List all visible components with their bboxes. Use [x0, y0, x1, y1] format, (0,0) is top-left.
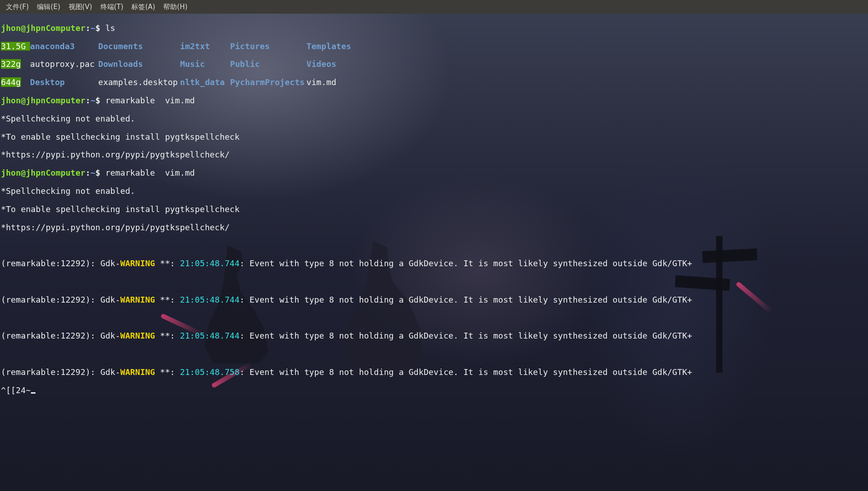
menu-edit[interactable]: 编辑(E)	[33, 3, 64, 11]
prompt-line: jhon@jhpnComputer:~$ remarkable vim.md	[1, 96, 867, 105]
blank-line	[1, 349, 867, 359]
gdk-warning-line: (remarkable:12292): Gdk-WARNING **: 21:0…	[1, 331, 867, 340]
gdk-warning-line: (remarkable:12292): Gdk-WARNING **: 21:0…	[1, 259, 867, 268]
menu-view[interactable]: 视图(V)	[65, 3, 96, 11]
terminal-output[interactable]: jhon@jhpnComputer:~$ ls 31.5Ganaconda3Do…	[0, 14, 868, 405]
timestamp: 21:05:48.758	[180, 367, 240, 377]
prompt-path: ~	[90, 23, 95, 33]
prompt-host: jhpnComputer	[26, 23, 85, 33]
ls-dir-videos: Videos	[306, 60, 361, 69]
timestamp: 21:05:48.744	[180, 331, 240, 340]
menu-help[interactable]: 帮助(H)	[159, 3, 191, 11]
blank-line	[1, 314, 867, 323]
prompt-line: jhon@jhpnComputer:~$ remarkable vim.md	[1, 168, 867, 177]
ls-dir-downloads: Downloads	[98, 60, 180, 69]
ls-dir-pycharmprojects: PycharmProjects	[230, 78, 306, 87]
timestamp: 21:05:48.744	[180, 258, 240, 268]
ls-row: 644gDesktopexamples.desktopnltk_dataPych…	[1, 78, 867, 87]
gdk-warning-line: (remarkable:12292): Gdk-WARNING **: 21:0…	[1, 295, 867, 304]
warning-label: WARNING	[120, 295, 156, 304]
menu-tabs[interactable]: 标签(A)	[127, 3, 159, 11]
ls-size: 322g	[1, 59, 21, 69]
warning-label: WARNING	[120, 258, 156, 268]
ls-dir-templates: Templates	[306, 42, 361, 51]
ls-dir-pictures: Pictures	[230, 42, 306, 51]
warning-label: WARNING	[120, 367, 156, 377]
ls-row: 31.5Ganaconda3Documentsim2txtPicturesTem…	[1, 42, 867, 51]
ls-size: 644g	[1, 77, 21, 87]
output-text: *Spellchecking not enabled.	[1, 187, 867, 196]
output-text: *Spellchecking not enabled.	[1, 114, 867, 123]
ls-dir-nltk-data: nltk_data	[180, 78, 230, 87]
command-remarkable-1: remarkable vim.md	[105, 96, 195, 105]
blank-line	[1, 241, 867, 250]
output-text: *https://pypi.python.org/pypi/pygtkspell…	[1, 223, 867, 232]
output-text: *https://pypi.python.org/pypi/pygtkspell…	[1, 150, 867, 159]
prompt-line: jhon@jhpnComputer:~$ ls	[1, 24, 867, 33]
prompt-user: jhon	[1, 23, 21, 33]
warning-label: WARNING	[120, 331, 156, 340]
ls-dir-anaconda3: anaconda3	[30, 42, 98, 51]
ls-dir-desktop: Desktop	[30, 78, 98, 87]
output-text: *To enable spellchecking install pygtksp…	[1, 205, 867, 214]
blank-line	[1, 277, 867, 286]
menubar: 文件(F) 编辑(E) 视图(V) 终端(T) 标签(A) 帮助(H)	[0, 0, 868, 14]
ls-size: 31.5G	[1, 42, 30, 51]
command-remarkable-2: remarkable vim.md	[105, 168, 195, 177]
ls-row: 322gautoproxy.pacDownloadsMusicPublicVid…	[1, 60, 867, 69]
menu-terminal[interactable]: 终端(T)	[96, 3, 128, 11]
ls-file-examples-desktop: examples.desktop	[98, 78, 180, 87]
input-escape-sequence: ^[[24~	[1, 386, 867, 395]
terminal-cursor	[31, 392, 35, 394]
output-text: *To enable spellchecking install pygtksp…	[1, 132, 867, 142]
ls-dir-documents: Documents	[98, 42, 180, 51]
ls-file-autoproxy: autoproxy.pac	[30, 60, 98, 69]
ls-dir-im2txt: im2txt	[180, 42, 230, 51]
gdk-warning-line: (remarkable:12292): Gdk-WARNING **: 21:0…	[1, 368, 867, 377]
ls-file-vim-md: vim.md	[306, 78, 361, 87]
command-ls: ls	[105, 23, 115, 33]
ls-dir-public: Public	[230, 60, 306, 69]
timestamp: 21:05:48.744	[180, 295, 240, 304]
menu-file[interactable]: 文件(F)	[2, 3, 33, 11]
ls-dir-music: Music	[180, 60, 230, 69]
